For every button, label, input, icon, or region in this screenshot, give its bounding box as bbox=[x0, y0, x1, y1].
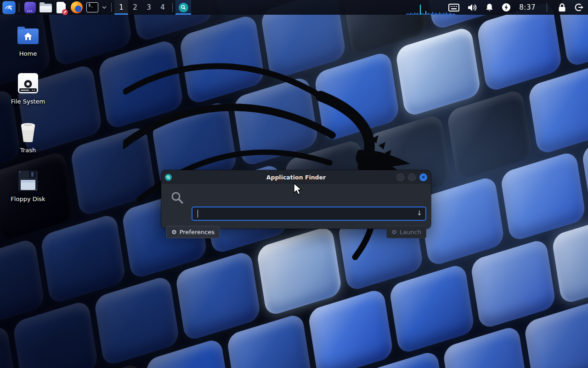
desktop-icon-trash[interactable]: Trash bbox=[6, 120, 50, 154]
purple-app-icon bbox=[24, 2, 36, 13]
application-finder-icon bbox=[179, 3, 188, 12]
search-icon bbox=[170, 191, 184, 205]
application-finder-window-icon bbox=[165, 174, 172, 181]
launch-gear-icon: ⚙ bbox=[391, 229, 397, 235]
close-icon: ✕ bbox=[421, 175, 425, 180]
launch-button[interactable]: ⚙ Launch bbox=[386, 226, 426, 238]
panel-separator bbox=[172, 3, 173, 12]
workspace-number: 3 bbox=[147, 3, 151, 12]
down-arrow-icon[interactable]: ↓ bbox=[417, 209, 422, 217]
workspace-number: 4 bbox=[160, 3, 165, 12]
workspace-number: 1 bbox=[119, 3, 124, 12]
file-manager-icon bbox=[40, 3, 52, 12]
launcher-terminal[interactable]: $_ bbox=[85, 0, 100, 15]
launcher-file-manager[interactable] bbox=[38, 0, 53, 15]
firefox-icon bbox=[71, 1, 83, 13]
notifications-bell-icon[interactable] bbox=[486, 3, 493, 12]
gear-icon: ⚙ bbox=[171, 229, 177, 235]
maximize-button[interactable] bbox=[408, 173, 416, 181]
launcher-purple-app[interactable] bbox=[22, 0, 38, 15]
window-title: Application Finder bbox=[161, 174, 431, 181]
panel-separator bbox=[19, 3, 19, 12]
panel-separator bbox=[547, 3, 547, 12]
titlebar[interactable]: Application Finder ✕ bbox=[161, 170, 431, 184]
finder-body: ↓ ⚙ Preferences ⚙ Launch bbox=[161, 184, 431, 229]
system-monitor-graph[interactable] bbox=[406, 0, 469, 15]
kali-logo-icon bbox=[3, 1, 15, 14]
lock-screen-icon[interactable] bbox=[558, 3, 566, 12]
panel-clock[interactable]: 8:37 bbox=[519, 3, 536, 12]
workspace-2-button[interactable]: 2 bbox=[128, 0, 142, 15]
applications-menu-button[interactable] bbox=[1, 0, 16, 15]
trash-bin-icon bbox=[17, 121, 39, 143]
minimize-button[interactable] bbox=[396, 173, 404, 181]
desktop-icon-label: Floppy Disk bbox=[6, 196, 50, 202]
power-manager-icon[interactable] bbox=[502, 3, 511, 12]
home-folder-icon bbox=[17, 27, 39, 44]
search-input[interactable] bbox=[192, 207, 426, 221]
preferences-label: Preferences bbox=[180, 229, 215, 236]
top-panel: $_ 1 2 3 4 bbox=[0, 0, 588, 15]
desktop-icon-label: File System bbox=[6, 98, 50, 105]
desktop-icon-file-system[interactable]: File System bbox=[6, 71, 50, 105]
launch-label: Launch bbox=[400, 229, 421, 236]
desktop-icon-label: Home bbox=[6, 50, 50, 57]
floppy-disk-icon bbox=[18, 170, 38, 191]
taskbar-application-finder-button[interactable] bbox=[175, 0, 191, 15]
terminal-icon: $_ bbox=[86, 2, 98, 12]
chevron-down-icon bbox=[102, 6, 107, 9]
workspace-3-button[interactable]: 3 bbox=[142, 0, 156, 15]
desktop-icon-label: Trash bbox=[6, 147, 50, 154]
hard-drive-icon bbox=[18, 73, 38, 93]
close-button[interactable]: ✕ bbox=[419, 173, 427, 181]
workspace-4-button[interactable]: 4 bbox=[156, 0, 170, 15]
launcher-firefox[interactable] bbox=[69, 0, 85, 15]
launcher-dropdown-button[interactable] bbox=[100, 0, 108, 15]
desktop-icon-floppy-disk[interactable]: Floppy Disk bbox=[6, 169, 50, 202]
launcher-text-editor[interactable] bbox=[53, 0, 69, 15]
log-out-icon[interactable] bbox=[574, 3, 583, 12]
preferences-button[interactable]: ⚙ Preferences bbox=[166, 226, 220, 238]
text-caret bbox=[198, 210, 198, 218]
workspace-number: 2 bbox=[133, 3, 137, 12]
desktop-icon-home[interactable]: Home bbox=[6, 23, 50, 57]
workspace-1-button[interactable]: 1 bbox=[114, 0, 128, 15]
application-finder-window: Application Finder ✕ ↓ ⚙ Preferences ⚙ bbox=[161, 170, 431, 229]
text-editor-icon bbox=[57, 2, 66, 13]
panel-separator bbox=[111, 3, 112, 12]
